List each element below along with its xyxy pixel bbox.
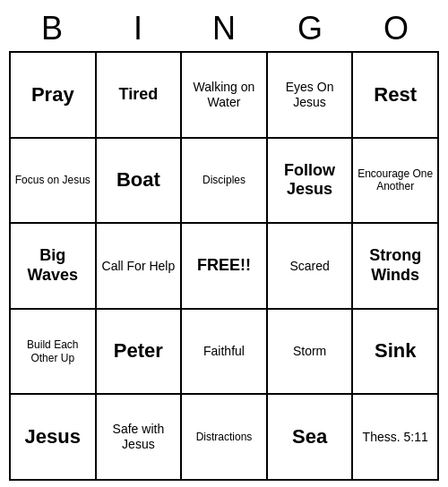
header-letter-b: B [9, 6, 95, 51]
cell-text-15: Build Each Other Up [14, 338, 91, 364]
bingo-cell-20: Jesus [11, 395, 97, 481]
bingo-cell-19: Sink [353, 310, 439, 396]
bingo-cell-17: Faithful [182, 310, 268, 396]
cell-text-8: Follow Jesus [271, 161, 349, 200]
bingo-cell-16: Peter [97, 310, 183, 396]
cell-text-22: Distractions [196, 431, 253, 443]
cell-text-24: Thess. 5:11 [363, 430, 428, 445]
cell-text-19: Sink [375, 339, 416, 363]
cell-text-16: Peter [114, 339, 163, 363]
cell-text-9: Encourage One Another [357, 167, 434, 193]
bingo-cell-2: Walking on Water [182, 53, 268, 139]
bingo-cell-18: Storm [268, 310, 354, 396]
cell-text-0: Pray [31, 83, 74, 107]
bingo-cell-15: Build Each Other Up [11, 310, 97, 396]
cell-text-10: Big Waves [14, 246, 91, 285]
cell-text-1: Tired [119, 85, 159, 105]
cell-text-6: Boat [116, 168, 160, 192]
cell-text-18: Storm [293, 344, 326, 359]
cell-text-14: Strong Winds [357, 246, 434, 285]
bingo-cell-13: Scared [268, 224, 354, 310]
bingo-cell-11: Call For Help [97, 224, 183, 310]
bingo-cell-9: Encourage One Another [353, 139, 439, 225]
bingo-cell-12: FREE!! [182, 224, 268, 310]
bingo-header: BINGO [9, 6, 439, 51]
cell-text-11: Call For Help [102, 259, 176, 274]
bingo-card: BINGO PrayTiredWalking on WaterEyes On J… [9, 6, 439, 481]
cell-text-12: FREE!! [197, 256, 251, 276]
bingo-cell-24: Thess. 5:11 [353, 395, 439, 481]
bingo-cell-0: Pray [11, 53, 97, 139]
bingo-grid: PrayTiredWalking on WaterEyes On JesusRe… [9, 51, 439, 481]
bingo-cell-22: Distractions [182, 395, 268, 481]
cell-text-13: Scared [289, 259, 329, 274]
bingo-cell-7: Disciples [182, 139, 268, 225]
header-letter-i: I [95, 6, 181, 51]
bingo-cell-3: Eyes On Jesus [268, 53, 354, 139]
bingo-cell-5: Focus on Jesus [11, 139, 97, 225]
bingo-cell-14: Strong Winds [353, 224, 439, 310]
header-letter-n: N [181, 6, 267, 51]
bingo-cell-23: Sea [268, 395, 354, 481]
cell-text-21: Safe with Jesus [100, 422, 177, 452]
bingo-cell-8: Follow Jesus [268, 139, 354, 225]
bingo-cell-4: Rest [353, 53, 439, 139]
cell-text-5: Focus on Jesus [15, 174, 90, 186]
bingo-cell-6: Boat [97, 139, 183, 225]
cell-text-20: Jesus [25, 425, 81, 449]
cell-text-2: Walking on Water [185, 80, 263, 110]
header-letter-g: G [267, 6, 353, 51]
bingo-cell-1: Tired [97, 53, 183, 139]
cell-text-4: Rest [374, 83, 417, 107]
cell-text-23: Sea [292, 425, 327, 449]
bingo-cell-21: Safe with Jesus [97, 395, 183, 481]
header-letter-o: O [353, 6, 439, 51]
bingo-cell-10: Big Waves [11, 224, 97, 310]
cell-text-3: Eyes On Jesus [271, 80, 349, 110]
cell-text-17: Faithful [203, 344, 245, 359]
cell-text-7: Disciples [202, 174, 246, 186]
